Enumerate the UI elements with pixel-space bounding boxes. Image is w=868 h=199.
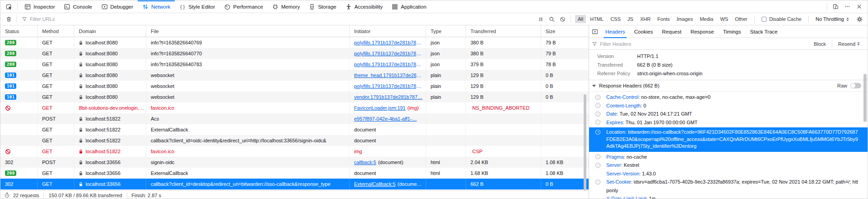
response-header-server-version[interactable]: Server-Version: 1.43.0 bbox=[589, 170, 868, 178]
split-panel-toggle-button[interactable] bbox=[589, 25, 601, 38]
initiator-cell: callback:5(document) bbox=[350, 157, 426, 168]
element-picker-button[interactable] bbox=[3, 2, 15, 12]
response-header-x-rate-limit-limit[interactable]: X-Rate-Limit-Limit: 1m bbox=[589, 194, 868, 199]
toolbox-tab-memory[interactable]: Memory bbox=[268, 0, 305, 13]
clear-requests-button[interactable] bbox=[3, 15, 14, 24]
type-filter-media[interactable]: Media bbox=[697, 15, 716, 23]
transferred-text: CSP bbox=[472, 149, 483, 154]
responsive-design-mode-button[interactable] bbox=[830, 2, 841, 12]
request-row[interactable]: 200GETlocalhost:8080info?t=1635826640769… bbox=[0, 37, 589, 48]
toolbox-tab-inspector[interactable]: Inspector bbox=[20, 0, 59, 13]
toolbox-tab-accessibility[interactable]: Accessibility bbox=[341, 0, 388, 13]
filter-headers-input[interactable] bbox=[600, 41, 807, 47]
domain-cell: localhost:33656 bbox=[74, 157, 146, 168]
request-row[interactable]: 200GETlocalhost:8080info?t=1635826640770… bbox=[0, 48, 589, 59]
type-filter-html[interactable]: HTML bbox=[587, 15, 606, 23]
lock-icon bbox=[79, 40, 83, 45]
response-header-set-cookie[interactable]: ?Set-Cookie: idsrv=adf6cba1-7075-402b-9e… bbox=[589, 178, 868, 194]
type-filter-all[interactable]: All bbox=[575, 15, 586, 23]
detail-tab-response[interactable]: Response bbox=[686, 25, 719, 38]
domain-cell: localhost:51822 bbox=[74, 124, 146, 135]
response-header-cache-control[interactable]: ?Cache-Control: no-store, no-cache, max-… bbox=[589, 93, 868, 102]
type-filter-ws[interactable]: WS bbox=[717, 15, 731, 23]
request-row[interactable]: 302GETlocalhost:33656callback?client_id=… bbox=[0, 179, 589, 189]
request-row[interactable]: 200GETlocalhost:8080info?t=1635826640783… bbox=[0, 59, 589, 70]
network-settings-button[interactable] bbox=[854, 15, 865, 24]
toolbox-tab-application[interactable]: Application bbox=[387, 0, 431, 13]
transferred-cell: 129 B bbox=[466, 70, 541, 81]
request-row[interactable]: GETlocalhost:51822ExternalCallbackdocume… bbox=[0, 124, 589, 135]
header-name: Expires: bbox=[606, 120, 626, 125]
status-cell: 200 bbox=[0, 59, 38, 70]
request-row[interactable]: GET8bit-solutions-dev.onelogin.…favicon.… bbox=[0, 102, 589, 113]
toolbox-tab-console[interactable]: Console bbox=[59, 0, 96, 13]
type-filter-css[interactable]: CSS bbox=[608, 15, 623, 23]
detail-tab-stack-trace[interactable]: Stack Trace bbox=[746, 25, 782, 38]
request-row[interactable]: GETlocalhost:51822favicon.icoimgCSP bbox=[0, 146, 589, 157]
column-header-domain[interactable]: Domain bbox=[74, 25, 146, 37]
close-devtools-button[interactable] bbox=[853, 2, 865, 12]
response-header-pragma[interactable]: ?Pragma: no-cache bbox=[589, 153, 868, 161]
filter-urls-input[interactable] bbox=[30, 16, 536, 22]
detail-tab-request[interactable]: Request bbox=[657, 25, 686, 38]
block-request-button[interactable]: Block bbox=[810, 41, 830, 47]
throttling-select[interactable]: No Throttling bbox=[811, 16, 854, 22]
type-filter-fonts[interactable]: Fonts bbox=[655, 15, 673, 23]
column-header-type[interactable]: Type bbox=[426, 25, 466, 37]
response-header-location[interactable]: ?Location: bitwarden://sso-callback?code… bbox=[589, 127, 868, 152]
request-row[interactable]: 101GETlocalhost:8080websocketvendor.1791… bbox=[0, 92, 589, 102]
column-header-method[interactable]: Method bbox=[38, 25, 74, 37]
initiator-cell: document bbox=[350, 168, 426, 179]
pause-recording-button[interactable] bbox=[536, 15, 547, 24]
detail-tab-headers[interactable]: Headers bbox=[601, 25, 629, 38]
meatball-menu-button[interactable] bbox=[841, 2, 853, 12]
raw-toggle[interactable] bbox=[850, 83, 861, 88]
response-header-server[interactable]: ?Server: Kestrel bbox=[589, 161, 868, 170]
search-button[interactable] bbox=[547, 15, 557, 24]
toolbox-tab-style-editor[interactable]: { }Style Editor bbox=[175, 0, 220, 13]
type-filter-images[interactable]: Images bbox=[674, 15, 695, 23]
type-filter-other[interactable]: Other bbox=[732, 15, 750, 23]
request-blocking-button[interactable] bbox=[557, 15, 568, 24]
request-row[interactable]: 101GETlocalhost:8080websockettheme_head.… bbox=[0, 70, 589, 81]
column-header-file[interactable]: File bbox=[146, 25, 350, 37]
toolbox-tab-storage[interactable]: Storage bbox=[304, 0, 340, 13]
file-text: favicon.ico bbox=[151, 149, 174, 154]
file-cell: ExternalCallback bbox=[146, 168, 350, 179]
response-headers-section-header[interactable]: Response Headers (662 B) Raw bbox=[589, 80, 868, 92]
type-filter-js[interactable]: JS bbox=[625, 15, 636, 23]
network-icon bbox=[142, 4, 149, 10]
detail-tab-cookies[interactable]: Cookies bbox=[629, 25, 657, 38]
column-header-size[interactable]: Size bbox=[541, 25, 589, 37]
column-header-initiator[interactable]: Initiator bbox=[350, 25, 426, 37]
response-header-content-length[interactable]: ?Content-Length: 0 bbox=[589, 102, 868, 110]
request-list-scrollbar-thumb[interactable] bbox=[584, 94, 586, 190]
response-header-expires[interactable]: ?Expires: Thu, 01 Jan 1970 00:00:00 GMT bbox=[589, 118, 868, 127]
toolbox-tab-network[interactable]: Network bbox=[138, 0, 175, 13]
search-icon bbox=[549, 16, 555, 22]
initiator-cell: polyfills.1791b137de281b787… bbox=[350, 37, 426, 48]
disable-cache-checkbox[interactable] bbox=[762, 17, 767, 22]
resend-button[interactable]: Resend bbox=[834, 41, 864, 47]
file-text: ExternalCallback bbox=[151, 127, 188, 132]
column-header-transferred[interactable]: Transferred bbox=[466, 25, 541, 37]
request-row[interactable]: 200GETlocalhost:33656ExternalCallbackdoc… bbox=[0, 168, 589, 179]
detail-scrollbar-thumb[interactable] bbox=[863, 74, 867, 122]
domain-text: localhost:51822 bbox=[86, 149, 120, 154]
type-cell bbox=[426, 102, 466, 113]
toolbox-tab-debugger[interactable]: Debugger bbox=[97, 0, 138, 13]
disable-cache-control[interactable]: Disable Cache bbox=[757, 16, 806, 22]
request-row[interactable]: 302POSTlocalhost:33656signin-oidccallbac… bbox=[0, 157, 589, 168]
column-header-status[interactable]: Status bbox=[0, 25, 38, 37]
request-row[interactable]: POSTlocalhost:51822Acse957f897-042e-4ba1… bbox=[0, 113, 589, 124]
domain-text: localhost:8080 bbox=[86, 83, 118, 89]
request-row[interactable]: 101GETlocalhost:8080websocketpolyfills.1… bbox=[0, 81, 589, 92]
request-row[interactable]: GETlocalhost:51822callback?client_id=oid… bbox=[0, 135, 589, 146]
detail-tab-timings[interactable]: Timings bbox=[719, 25, 746, 38]
header-actions: Block Resend bbox=[810, 40, 864, 48]
toolbox-tab-performance[interactable]: Performance bbox=[220, 0, 268, 13]
finish-time: Finish: 2.87 s bbox=[132, 193, 161, 198]
response-header-date[interactable]: ?Date: Tue, 02 Nov 2021 04:17:21 GMT bbox=[589, 110, 868, 118]
status-badge: 101 bbox=[5, 73, 16, 78]
type-filter-xhr[interactable]: XHR bbox=[638, 15, 653, 23]
